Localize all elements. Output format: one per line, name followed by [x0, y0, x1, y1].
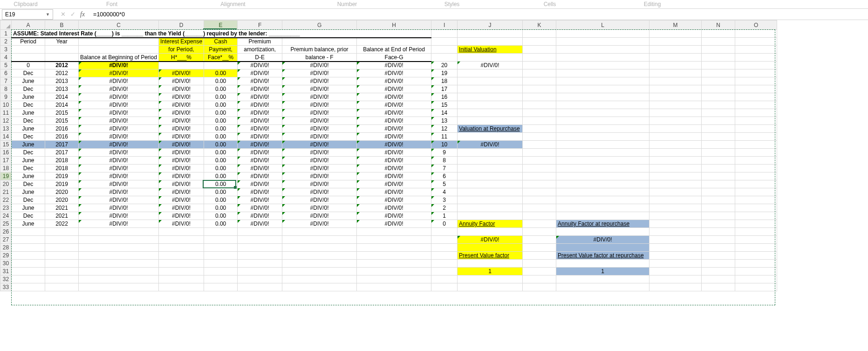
cell-C4[interactable]: Balance at Beginning of Period — [79, 54, 159, 62]
cell-N2[interactable] — [702, 38, 735, 46]
cell-F33[interactable] — [238, 283, 282, 291]
cell-J22[interactable] — [458, 196, 523, 204]
cell-F7[interactable]: #DIV/0! — [238, 77, 282, 85]
cell-M26[interactable] — [649, 228, 702, 236]
cell-I29[interactable] — [431, 252, 458, 260]
cell-K8[interactable] — [523, 85, 556, 93]
cell-I33[interactable] — [431, 283, 458, 291]
cell-J3[interactable]: Initial Valuation — [458, 46, 523, 54]
cell-A32[interactable] — [12, 275, 45, 283]
cell-E32[interactable] — [204, 275, 238, 283]
row-header-30[interactable]: 30 — [0, 260, 12, 268]
cell-B30[interactable] — [45, 260, 79, 268]
cell-G30[interactable] — [282, 260, 357, 268]
cell-A8[interactable]: Dec — [12, 85, 45, 93]
cell-C10[interactable]: #DIV/0! — [79, 101, 159, 109]
cell-J24[interactable] — [458, 212, 523, 220]
cell-F9[interactable]: #DIV/0! — [238, 93, 282, 101]
cell-L3[interactable] — [556, 46, 649, 54]
row-header-2[interactable]: 2 — [0, 38, 12, 46]
cell-I1[interactable] — [431, 30, 458, 38]
cell-E23[interactable]: 0.00 — [204, 204, 238, 212]
cell-M17[interactable] — [649, 157, 702, 165]
cell-K15[interactable] — [523, 141, 556, 149]
cell-O6[interactable] — [735, 69, 777, 77]
cell-G8[interactable]: #DIV/0! — [282, 85, 357, 93]
cell-O8[interactable] — [735, 85, 777, 93]
cell-M11[interactable] — [649, 109, 702, 117]
cell-K9[interactable] — [523, 93, 556, 101]
cell-B10[interactable]: 2014 — [45, 101, 79, 109]
cell-H6[interactable]: #DIV/0! — [357, 69, 431, 77]
cell-L2[interactable] — [556, 38, 649, 46]
cell-O10[interactable] — [735, 101, 777, 109]
cell-I9[interactable]: 16 — [431, 93, 458, 101]
cell-N12[interactable] — [702, 117, 735, 125]
cell-G24[interactable]: #DIV/0! — [282, 212, 357, 220]
cell-F8[interactable]: #DIV/0! — [238, 85, 282, 93]
cell-L9[interactable] — [556, 93, 649, 101]
cell-J14[interactable] — [458, 133, 523, 141]
cell-J26[interactable] — [458, 228, 523, 236]
cell-G17[interactable]: #DIV/0! — [282, 157, 357, 165]
cell-E9[interactable]: 0.00 — [204, 93, 238, 101]
cell-F2[interactable]: Premium — [238, 38, 282, 46]
cell-I15[interactable]: 10 — [431, 141, 458, 149]
cell-L10[interactable] — [556, 101, 649, 109]
row-header-15[interactable]: 15 — [0, 141, 12, 149]
cell-L23[interactable] — [556, 204, 649, 212]
cell-I4[interactable] — [431, 54, 458, 62]
cell-E15[interactable]: 0.00 — [204, 141, 238, 149]
cell-B2[interactable]: Year — [45, 38, 79, 46]
cell-K13[interactable] — [523, 125, 556, 133]
cell-A20[interactable]: Dec — [12, 180, 45, 188]
cell-B27[interactable] — [45, 236, 79, 244]
cell-I11[interactable]: 14 — [431, 109, 458, 117]
cell-A16[interactable]: Dec — [12, 149, 45, 157]
cell-D32[interactable] — [159, 275, 204, 283]
cell-D9[interactable]: #DIV/0! — [159, 93, 204, 101]
cell-A26[interactable] — [12, 228, 45, 236]
cell-A3[interactable] — [12, 46, 45, 54]
cell-O14[interactable] — [735, 133, 777, 141]
row-header-3[interactable]: 3 — [0, 46, 12, 54]
cell-J28[interactable] — [458, 244, 523, 252]
cell-B3[interactable] — [45, 46, 79, 54]
cell-G12[interactable]: #DIV/0! — [282, 117, 357, 125]
row-header-19[interactable]: 19 — [0, 172, 12, 180]
cell-L27[interactable]: #DIV/0! — [556, 236, 649, 244]
cell-G20[interactable]: #DIV/0! — [282, 180, 357, 188]
row-header-23[interactable]: 23 — [0, 204, 12, 212]
cell-K3[interactable] — [523, 46, 556, 54]
cell-H30[interactable] — [357, 260, 431, 268]
chevron-down-icon[interactable]: ▼ — [46, 12, 50, 17]
cell-J10[interactable] — [458, 101, 523, 109]
cell-O18[interactable] — [735, 165, 777, 172]
cell-D14[interactable]: #DIV/0! — [159, 133, 204, 141]
cell-O5[interactable] — [735, 62, 777, 69]
cell-A12[interactable]: Dec — [12, 117, 45, 125]
cell-N30[interactable] — [702, 260, 735, 268]
cell-B23[interactable]: 2021 — [45, 204, 79, 212]
cell-H4[interactable]: Face-G — [357, 54, 431, 62]
cell-I16[interactable]: 9 — [431, 149, 458, 157]
cell-C14[interactable]: #DIV/0! — [79, 133, 159, 141]
row-header-4[interactable]: 4 — [0, 54, 12, 62]
cell-I20[interactable]: 5 — [431, 180, 458, 188]
cell-F20[interactable]: #DIV/0! — [238, 180, 282, 188]
cell-L7[interactable] — [556, 77, 649, 85]
cell-N25[interactable] — [702, 220, 735, 228]
cell-G25[interactable]: #DIV/0! — [282, 220, 357, 228]
cell-I31[interactable] — [431, 268, 458, 275]
cell-D7[interactable]: #DIV/0! — [159, 77, 204, 85]
cell-E5[interactable] — [204, 62, 238, 69]
cell-O15[interactable] — [735, 141, 777, 149]
cell-G22[interactable]: #DIV/0! — [282, 196, 357, 204]
cell-H2[interactable] — [357, 38, 431, 46]
cell-I30[interactable] — [431, 260, 458, 268]
cell-G14[interactable]: #DIV/0! — [282, 133, 357, 141]
cell-A15[interactable]: June — [12, 141, 45, 149]
cell-O11[interactable] — [735, 109, 777, 117]
cell-F28[interactable] — [238, 244, 282, 252]
cell-O28[interactable] — [735, 244, 777, 252]
